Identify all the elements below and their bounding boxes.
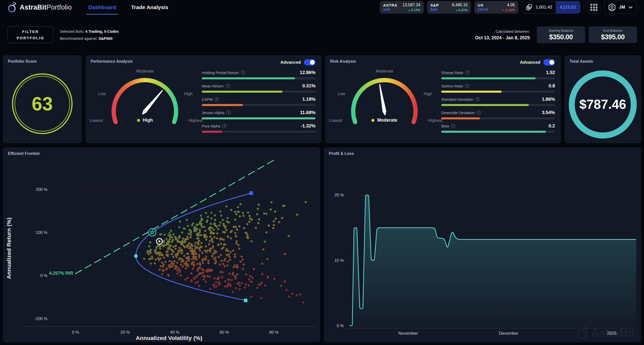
calculated-label: Calculated between: [475,29,530,33]
metric-label: Downside Deviation [441,111,475,115]
topbar-right: ASTRA10013,587.24▲0.13%S&P5006,495.15▲0.… [380,1,637,14]
brand: AstraBitPortfolio [7,2,72,13]
apps-grid-button[interactable] [588,1,600,14]
nav-item-trade-analysis[interactable]: Trade Analysis [131,0,168,15]
metric-header: Sortino Ratio!0.8 [441,83,555,89]
selection-summary: Selected Bots: 4 Trading, 0 Codex Benchm… [60,29,119,41]
risk-gauge-svg [329,65,440,138]
info-icon[interactable]: ! [451,124,455,128]
performance-status: High [143,118,153,123]
info-icon[interactable]: ! [241,71,245,75]
coins-icon [526,4,533,11]
performance-metrics-panel: Advanced Holding Period Return!12.86%Mea… [202,59,315,133]
ticker-symbol: ASTRA100 [383,3,397,12]
metric-row: CAPM!1.18% [202,96,315,106]
risk-status: Moderate [377,118,397,123]
metric-label: Pure Alpha [202,124,220,128]
metric-value: 1.52 [546,70,555,75]
metric-row: Standard Deviation!1.86% [441,96,555,106]
ticker-sp: S&P5006,495.15▲0.21% [427,1,471,14]
info-icon[interactable]: ! [465,84,469,88]
svg-text:0 %: 0 % [337,323,344,328]
svg-text:Annualized Volatility (%): Annualized Volatility (%) [136,335,203,341]
down-triangle-icon: ▼ [502,9,504,12]
max-return-marker [249,191,253,195]
starting-balance-card: Starting Balance $350.00 [537,26,585,43]
metric-bar-fill [441,91,502,93]
ticker-symbol: US10YR [478,3,488,12]
performance-title: Performance Analysis [91,59,133,64]
metric-header: Beta!0.2 [441,123,555,129]
metric-bar-fill [202,117,315,119]
info-icon[interactable]: ! [226,111,231,115]
metric-value: 0.2 [548,123,555,129]
gauge-label-moderate: Moderate [376,69,393,74]
svg-text:200 %: 200 % [36,187,48,192]
metric-row: Holding Period Return!12.86% [202,70,315,79]
ticker-value: 13,587.24 [403,3,420,7]
metric-bar-fill [202,131,222,133]
toggle-knob [310,60,315,65]
grid-icon [590,4,597,11]
metric-label: Sharpe Ratio [441,71,463,75]
svg-text:4.257% RfR: 4.257% RfR [49,271,73,276]
portfolio-score-card: Portfolio Score 63 [3,55,82,143]
filter-portfolio-button[interactable]: FILTER PORTFOLIO [8,26,53,43]
ticker-value: 6,495.15 [452,3,468,7]
metric-bar-track [202,117,315,119]
svg-text:20 %: 20 % [334,193,344,197]
metric-bar-fill [441,77,536,79]
performance-advanced-toggle[interactable] [304,59,315,65]
benchmark-label: Benchmarked against: [60,36,97,41]
wallet-secondary[interactable]: 4,115.51 [556,1,580,13]
benchmark-value: S&P500 [98,36,112,41]
info-icon[interactable]: ! [222,124,226,128]
svg-text:40 %: 40 % [170,330,180,334]
metric-bar-track [441,77,555,79]
metric-header: Standard Deviation!1.86% [441,96,555,102]
ticker-change-value: 0.21% [458,8,468,12]
advanced-label: Advanced [280,60,301,65]
brand-light: Portfolio [47,4,72,11]
info-icon[interactable]: ! [465,71,470,75]
metric-bar-track [441,131,555,133]
metric-row: Pure Alpha!-1.32% [202,123,315,133]
nav-item-dashboard[interactable]: Dashboard [88,0,116,15]
info-icon[interactable]: ! [475,97,480,101]
info-icon[interactable]: ! [226,84,230,88]
brand-text: AstraBitPortfolio [20,4,72,11]
selected-bots-value: 4 Trading, 0 Codex [85,29,119,33]
svg-text:10 %: 10 % [334,258,344,263]
metric-row: Downside Deviation!3.54% [441,110,555,119]
gauge-label-highest: Highest [428,118,442,123]
efficient-frontier-title: Efficient Frontier [8,151,40,156]
performance-gauge-svg [90,65,200,138]
wallet-widget[interactable]: 1,001.42 4,115.51 [522,1,580,14]
metric-bar-fill [441,131,546,133]
metric-label: Jensen Alpha [202,111,224,115]
avatar-icon [608,3,616,12]
advanced-label: Advanced [520,60,540,65]
ticker-change-value: -1.22% [505,8,515,12]
metric-header: Pure Alpha!-1.32% [202,123,315,129]
chevron-down-icon [628,6,633,9]
user-menu[interactable]: JM [604,1,637,14]
gauge-label-highest: Highest [189,118,203,123]
metric-value: 1.18% [302,96,315,102]
info-icon[interactable]: ! [215,97,219,101]
up-triangle-icon: ▲ [408,9,411,12]
risk-advanced-toggle[interactable] [543,59,555,65]
tangency-star-marker [148,229,156,236]
risk-metrics: Sharpe Ratio!1.52Sortino Ratio!0.8Standa… [441,70,555,133]
risk-analysis-card: Risk Analysis Lowest Low Moderate High H… [325,55,561,143]
efficient-frontier-chart[interactable]: 200 %100 %0 %-100 %0 %20 %40 %60 %80 %An… [3,148,320,342]
profit-loss-chart[interactable]: 20 %10 %0 %NovemberDecember2025 [324,148,641,342]
metric-value: 12.86% [300,70,315,75]
svg-text:80 %: 80 % [269,330,279,334]
filter-bar: FILTER PORTFOLIO Selected Bots: 4 Tradin… [8,26,637,43]
info-icon[interactable]: ! [477,111,481,115]
svg-text:November: November [398,331,418,336]
top-bar: AstraBitPortfolio DashboardTrade Analysi… [0,0,644,15]
ticker-symbol-line1: S&P [430,3,439,7]
risk-status-dot [371,119,374,122]
